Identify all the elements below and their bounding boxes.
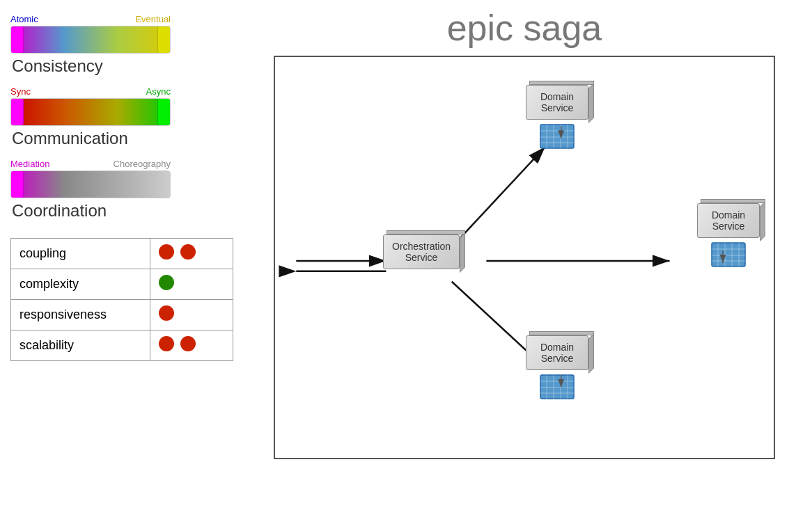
metric-label-responsiveness: responsiveness <box>11 300 150 330</box>
metric-dots-responsiveness <box>150 300 233 330</box>
consistency-labels: Atomic Eventual <box>10 14 171 24</box>
diagram-container: Orchestration Service Domain Service <box>274 56 775 459</box>
coordination-labels: Mediation Choreography <box>10 159 171 169</box>
communication-labels: Sync Async <box>10 86 171 97</box>
communication-title: Communication <box>12 129 128 148</box>
consistency-section: Atomic Eventual Consistency <box>10 14 230 76</box>
domain-top-front: Domain Service <box>526 85 588 120</box>
async-label: Async <box>146 86 171 97</box>
domain-bottom-front: Domain Service <box>526 335 588 370</box>
metric-label-complexity: complexity <box>11 269 150 300</box>
domain-bottom-label2: Service <box>541 353 574 364</box>
metric-dots-coupling <box>150 239 233 269</box>
dot-red-2 <box>180 244 196 260</box>
metric-dots-scalability <box>150 330 233 361</box>
coordination-section: Mediation Choreography Coordination <box>10 159 230 221</box>
table-row: responsiveness <box>11 300 233 330</box>
orch-top-face <box>387 230 465 234</box>
orchestration-service-shape: Orchestration Service <box>383 234 460 269</box>
left-panel: Atomic Eventual Consistency Sync Async C… <box>0 0 244 510</box>
communication-section: Sync Async Communication <box>10 86 230 148</box>
svg-rect-15 <box>712 243 745 266</box>
domain-top-side <box>588 83 594 123</box>
sync-label: Sync <box>10 86 31 97</box>
coordination-left-marker <box>11 171 24 198</box>
mediation-label: Mediation <box>10 159 49 169</box>
domain-right-label2: Service <box>712 221 745 232</box>
coordination-bar <box>10 170 171 198</box>
domain-right-front: Domain Service <box>697 203 760 238</box>
consistency-right-marker <box>157 26 170 53</box>
orch-label-line2: Service <box>405 252 438 263</box>
table-row: complexity <box>11 269 233 300</box>
metric-dots-complexity <box>150 269 233 300</box>
svg-line-4 <box>452 147 545 247</box>
atomic-label: Atomic <box>10 14 38 24</box>
db-icon-right <box>711 242 746 267</box>
dot-red-1 <box>159 244 174 260</box>
metrics-table: coupling complexity responsiveness scala… <box>10 238 233 361</box>
domain-right-topface <box>701 199 765 203</box>
dot-red-5 <box>180 336 196 351</box>
domain-bottom-side <box>588 333 594 374</box>
domain-right-label1: Domain <box>712 209 745 221</box>
domain-top-topface <box>529 81 594 85</box>
communication-left-marker <box>11 99 24 125</box>
domain-top-db <box>540 124 575 152</box>
domain-service-right-shape: Domain Service <box>697 203 760 238</box>
consistency-left-marker <box>11 26 24 53</box>
domain-service-bottom-shape: Domain Service <box>526 335 588 370</box>
domain-service-top-shape: Domain Service <box>526 85 588 120</box>
coordination-title: Coordination <box>12 201 107 221</box>
right-panel: epic saga <box>244 0 812 510</box>
dot-green-1 <box>159 275 174 290</box>
domain-top-label1: Domain <box>540 91 574 102</box>
page-title: epic saga <box>447 7 602 49</box>
domain-service-bottom-box: Domain Service <box>526 335 588 402</box>
dot-red-3 <box>159 305 174 321</box>
metric-label-coupling: coupling <box>11 239 150 269</box>
eventual-label: Eventual <box>135 14 171 24</box>
domain-bottom-label1: Domain <box>540 342 574 353</box>
svg-rect-23 <box>540 375 574 399</box>
domain-bottom-db <box>540 374 575 402</box>
domain-right-db <box>711 242 746 270</box>
consistency-bar <box>10 26 171 54</box>
db-icon-top <box>540 124 575 149</box>
domain-right-side <box>760 201 765 241</box>
svg-rect-7 <box>540 125 574 148</box>
domain-service-top-box: Domain Service <box>526 85 588 152</box>
table-row: coupling <box>11 239 233 269</box>
consistency-title: Consistency <box>12 56 103 76</box>
orch-front: Orchestration Service <box>383 234 460 269</box>
dot-red-4 <box>159 336 174 351</box>
orch-side <box>460 232 465 273</box>
domain-top-label2: Service <box>541 102 574 113</box>
orchestration-service-box: Orchestration Service <box>383 234 460 269</box>
domain-service-right-box: Domain Service <box>697 203 760 270</box>
communication-bar <box>10 98 171 126</box>
choreography-label: Choreography <box>114 159 171 169</box>
db-icon-bottom <box>540 374 575 399</box>
domain-bottom-topface <box>529 331 594 335</box>
table-row: scalability <box>11 330 233 361</box>
orch-label-line1: Orchestration <box>392 241 451 252</box>
communication-right-marker <box>157 99 170 125</box>
metric-label-scalability: scalability <box>11 330 150 361</box>
